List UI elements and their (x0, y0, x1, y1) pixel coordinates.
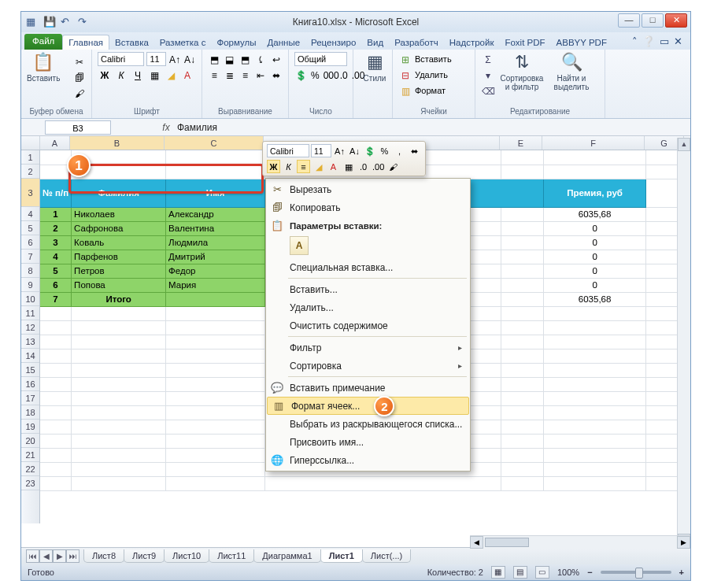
mini-shrink-icon[interactable]: A↓ (348, 144, 361, 157)
cell[interactable]: 0 (544, 221, 646, 235)
row-header[interactable]: 16 (21, 377, 39, 391)
cell[interactable] (40, 420, 72, 434)
cell[interactable] (166, 462, 265, 476)
cell[interactable] (544, 391, 646, 405)
zoom-slider[interactable] (601, 571, 671, 574)
file-tab[interactable]: Файл (24, 34, 62, 50)
mini-dec00[interactable]: .00 (372, 160, 385, 173)
delete-cell-icon[interactable]: ⊟ (398, 68, 412, 82)
row-header[interactable]: 23 (21, 476, 39, 490)
styles-button[interactable]: ▦Стили (359, 52, 390, 93)
cell[interactable]: 0 (544, 235, 646, 250)
cell[interactable]: 3 (40, 235, 72, 250)
cell[interactable]: Премия, руб (544, 179, 646, 207)
scroll-left-arrow[interactable]: ◀ (470, 536, 483, 549)
format-cell-icon[interactable]: ▥ (398, 83, 412, 98)
orientation-icon[interactable]: ⤹ (254, 52, 268, 66)
sheet-tab[interactable]: Лист8 (83, 549, 124, 563)
row-header[interactable]: 18 (21, 405, 39, 420)
cell[interactable] (72, 320, 166, 335)
column-header[interactable]: A (40, 136, 70, 150)
tab-view[interactable]: Вид (361, 35, 389, 50)
cell[interactable]: Александр (166, 207, 265, 221)
cell[interactable] (166, 363, 265, 377)
cell[interactable]: 0 (544, 250, 646, 264)
tab-pagelayout[interactable]: Разметка с (154, 35, 212, 50)
cell[interactable] (501, 377, 544, 391)
ctx-define-name[interactable]: Присвоить имя... (266, 433, 470, 451)
row-header[interactable]: 19 (21, 420, 39, 434)
merge-icon[interactable]: ⬌ (269, 68, 283, 82)
mini-fill-color[interactable]: ◢ (312, 160, 325, 173)
grow-font-icon[interactable]: A↑ (168, 52, 181, 66)
insert-cell-icon[interactable]: ⊞ (398, 52, 412, 66)
cell[interactable] (166, 150, 265, 165)
zoom-out-button[interactable]: − (587, 568, 592, 577)
cell[interactable] (166, 476, 265, 490)
cell[interactable] (544, 306, 646, 320)
cell[interactable] (40, 320, 72, 335)
ctx-insert[interactable]: Вставить... (266, 280, 470, 298)
cell[interactable] (501, 349, 544, 363)
cell[interactable] (501, 264, 544, 278)
mini-grow-icon[interactable]: A↑ (333, 144, 346, 157)
mini-align[interactable]: ≡ (297, 160, 310, 173)
underline-button[interactable]: Ч (131, 68, 145, 82)
font-name-combo[interactable]: Calibri (98, 52, 144, 66)
cell[interactable]: 5 (40, 264, 72, 278)
cell[interactable] (501, 320, 544, 335)
align-right-icon[interactable]: ≡ (239, 68, 252, 82)
cell[interactable]: Имя (166, 179, 265, 207)
fill-icon[interactable]: ▾ (481, 68, 495, 82)
row-header[interactable]: 15 (21, 363, 39, 377)
cell[interactable] (501, 207, 544, 221)
cell[interactable] (544, 335, 646, 349)
row-header[interactable]: 9 (21, 278, 39, 292)
cell[interactable] (501, 165, 544, 179)
cell[interactable] (544, 320, 646, 335)
row-header[interactable]: 12 (21, 320, 39, 335)
tab-data[interactable]: Данные (262, 35, 306, 50)
close-button[interactable]: ✕ (665, 13, 687, 28)
scroll-right-arrow[interactable]: ▶ (677, 536, 690, 549)
help-icon[interactable]: ❔ (642, 35, 655, 47)
cell[interactable]: Мария (166, 278, 265, 292)
cell[interactable] (166, 165, 265, 179)
cell[interactable]: 0 (544, 264, 646, 278)
row-header[interactable]: 11 (21, 306, 39, 320)
cell[interactable] (40, 377, 72, 391)
cell[interactable] (72, 476, 166, 490)
cell[interactable] (501, 235, 544, 250)
italic-button[interactable]: К (114, 68, 128, 82)
increase-decimal-icon[interactable]: .0 (339, 68, 349, 82)
cell[interactable] (544, 405, 646, 420)
mini-font-combo[interactable]: Calibri (267, 144, 309, 157)
restore-workbook-icon[interactable]: ▭ (660, 35, 669, 47)
cell[interactable] (544, 434, 646, 448)
cell[interactable] (72, 405, 166, 420)
tab-formulas[interactable]: Формулы (211, 35, 261, 50)
formula-input[interactable]: Фамилия (174, 122, 690, 133)
cell[interactable]: Попова (72, 278, 166, 292)
sheet-tab[interactable]: Лист(...) (362, 549, 411, 563)
mini-bold[interactable]: Ж (267, 160, 280, 173)
cell[interactable]: 2 (40, 221, 72, 235)
mini-dec0[interactable]: .0 (357, 160, 370, 173)
cell[interactable] (501, 363, 544, 377)
sheet-tab[interactable]: Лист11 (209, 549, 254, 563)
format-cell-label[interactable]: Формат (415, 86, 446, 95)
cell[interactable] (72, 335, 166, 349)
view-normal-icon[interactable]: ▦ (491, 566, 505, 579)
cell[interactable] (40, 476, 72, 490)
border-button[interactable]: ▦ (147, 68, 161, 82)
redo-icon[interactable]: ↷ (78, 16, 91, 28)
shrink-font-icon[interactable]: A↓ (183, 52, 196, 66)
number-format-combo[interactable]: Общий (294, 52, 347, 66)
ctx-pick-from-list[interactable]: Выбрать из раскрывающегося списка... (266, 415, 470, 433)
cell[interactable] (501, 150, 544, 165)
cell[interactable] (501, 306, 544, 320)
cell[interactable] (544, 420, 646, 434)
cell[interactable] (544, 150, 646, 165)
cell[interactable] (166, 448, 265, 462)
find-select-button[interactable]: 🔍Найти и выделить (549, 52, 594, 93)
